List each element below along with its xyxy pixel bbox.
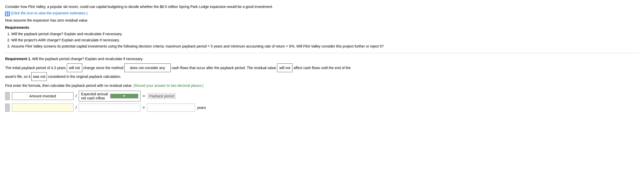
formula-hint-line: First enter the formula, then calculate … bbox=[5, 83, 639, 88]
requirement-2: Will the project's ARR change? Explain a… bbox=[11, 37, 639, 43]
denominator-label: Expected annual net cash inflow bbox=[81, 92, 109, 100]
sentence1-post: cash flows that occur after the payback … bbox=[172, 66, 276, 70]
annual-cash-inflow-input[interactable] bbox=[79, 104, 140, 112]
requirement-3: Assume Flint Valley screens its potentia… bbox=[11, 43, 639, 50]
sentence2-pre: asset's life, so it bbox=[5, 75, 30, 79]
will-not-select-2[interactable]: will not bbox=[277, 63, 292, 72]
numerator-label: Amount invested bbox=[12, 92, 73, 100]
intro-text: Consider how Flint Valley, a popular ski… bbox=[5, 4, 639, 10]
result-label: Payback period bbox=[147, 93, 176, 99]
formula-row-spacer bbox=[5, 92, 10, 100]
requirements-title: Requirements bbox=[5, 25, 639, 30]
req1-heading: Requirement 1. Will the payback period c… bbox=[5, 57, 639, 61]
denominator-dropdown[interactable]: Expected annual net cash inflow ▼ bbox=[79, 91, 141, 101]
payback-period-result-input[interactable] bbox=[147, 104, 195, 112]
years-label: years bbox=[197, 106, 206, 110]
expansion-estimates-link[interactable]: (Click the icon to view the expansion es… bbox=[11, 11, 88, 15]
requirements-section: Requirements Will the payback period cha… bbox=[5, 25, 639, 49]
amount-invested-input[interactable] bbox=[12, 104, 73, 112]
expansion-estimates-icon bbox=[5, 12, 10, 16]
formula-input-row: / = years bbox=[5, 104, 639, 112]
sentence2-post: considered in the original payback calcu… bbox=[48, 75, 121, 79]
will-not-select-1[interactable]: will not bbox=[67, 63, 82, 72]
requirement-1: Will the payback period change? Explain … bbox=[11, 31, 639, 37]
formula-label-row: Amount invested / Expected annual net ca… bbox=[5, 91, 639, 101]
sentence1-mid: change since the method bbox=[83, 66, 123, 70]
sentence1-pre: The initial payback period of 4.3 years bbox=[5, 66, 66, 70]
sentence1-end: affect cash flows until the end of the bbox=[293, 66, 351, 70]
does-not-consider-select[interactable]: does not consider any bbox=[124, 63, 171, 72]
input-equals: = bbox=[142, 105, 145, 110]
dropdown-arrow-icon[interactable]: ▼ bbox=[110, 94, 138, 98]
req1-explanation: The initial payback period of 4.3 years … bbox=[5, 63, 639, 81]
section-divider bbox=[5, 53, 639, 53]
formula-equals: = bbox=[143, 94, 145, 98]
was-not-select[interactable]: was not bbox=[31, 72, 47, 81]
formula-divide-operator: / bbox=[76, 94, 77, 98]
input-row-spacer bbox=[5, 104, 10, 112]
assume-text: Now assume the expansion has zero residu… bbox=[5, 18, 639, 22]
input-divide-operator: / bbox=[76, 105, 77, 110]
